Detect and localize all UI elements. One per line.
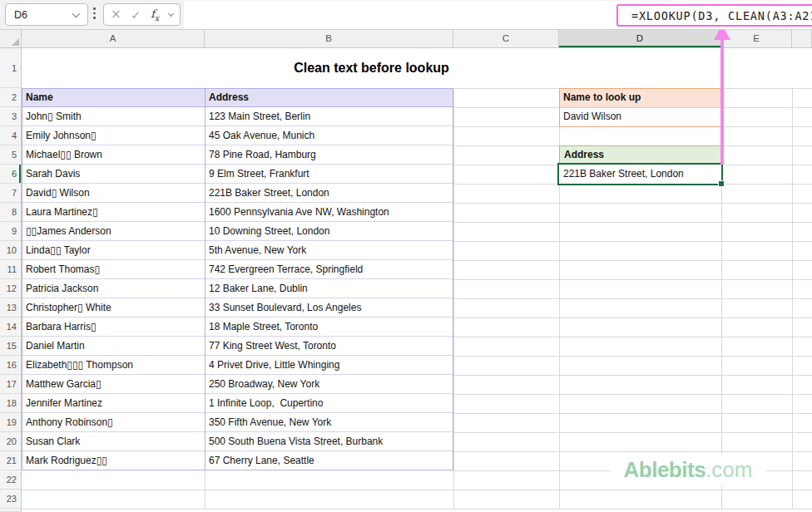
formula-input[interactable]: =XLOOKUP(D3, CLEAN(A3:A21), B3:B21): [184, 1, 812, 29]
row-header-21[interactable]: 21: [0, 451, 22, 470]
insert-function-icon[interactable]: fx: [151, 7, 159, 22]
cell-A8[interactable]: Laura Martinez▯: [22, 203, 205, 222]
table-header-name[interactable]: Name: [22, 88, 205, 107]
row-header-2[interactable]: 2: [0, 88, 22, 107]
gridline: [453, 413, 812, 414]
row-header-13[interactable]: 13: [0, 298, 22, 318]
cell-A6[interactable]: Sarah Davis: [22, 165, 205, 184]
cell-A20[interactable]: Susan Clark: [22, 432, 205, 451]
gridline: [22, 509, 812, 510]
row-header-6[interactable]: 6: [0, 165, 22, 184]
cancel-icon[interactable]: ×: [111, 8, 121, 21]
row-header-14[interactable]: 14: [0, 318, 22, 337]
gridline: [453, 298, 812, 299]
row-header-4[interactable]: 4: [0, 126, 22, 145]
gridline: [22, 490, 812, 490]
cell-A16[interactable]: Elizabeth▯▯▯ Thompson: [22, 356, 205, 375]
cell-A21[interactable]: Mark Rodriguez▯▯: [22, 451, 205, 470]
cell-A15[interactable]: Daniel Martin: [22, 337, 205, 356]
row-header-9[interactable]: 9: [0, 222, 22, 241]
gridline: [453, 184, 812, 185]
row-header-7[interactable]: 7: [0, 184, 22, 203]
row-header-16[interactable]: 16: [0, 356, 22, 375]
chevron-down-icon[interactable]: [72, 9, 81, 17]
cell-A7[interactable]: David▯ Wilson: [22, 184, 205, 203]
cell-B21[interactable]: 67 Cherry Lane, Seattle: [205, 451, 453, 470]
cell-A10[interactable]: Linda▯▯ Taylor: [22, 241, 205, 260]
row-header-17[interactable]: 17: [0, 375, 22, 394]
cell-A18[interactable]: Jennifer Martinez: [22, 394, 205, 413]
watermark-brand: Ablebits: [624, 457, 706, 483]
row-header-18[interactable]: 18: [0, 394, 22, 413]
row-header-15[interactable]: 15: [0, 337, 22, 356]
cell-B3[interactable]: 123 Main Street, Berlin: [205, 107, 453, 126]
column-header-partial[interactable]: [792, 30, 812, 48]
row-header-10[interactable]: 10: [0, 241, 22, 260]
row-header-partial[interactable]: [0, 509, 22, 512]
cell-B12[interactable]: 12 Baker Lane, Dublin: [205, 279, 453, 298]
row-header-11[interactable]: 11: [0, 260, 22, 279]
row-header-3[interactable]: 3: [0, 107, 22, 126]
cell-B6[interactable]: 9 Elm Street, Frankfurt: [205, 165, 453, 184]
cell-B11[interactable]: 742 Evergreen Terrace, Springfield: [205, 260, 453, 279]
column-header-C[interactable]: C: [453, 30, 559, 48]
cell-A12[interactable]: Patricia Jackson: [22, 279, 205, 298]
gridline: [453, 222, 812, 223]
cell-A11[interactable]: Robert Thomas▯: [22, 260, 205, 279]
gridline: [453, 356, 812, 357]
cell-B20[interactable]: 500 South Buena Vista Street, Burbank: [205, 432, 453, 451]
active-cell-d6[interactable]: 221B Baker Street, London: [559, 165, 721, 184]
excel-window: D6 × ✓ fx =XLOOKUP(D3, CLEAN(A3:A21), B3…: [0, 0, 812, 512]
name-box[interactable]: D6: [5, 3, 88, 26]
cell-B15[interactable]: 77 King Street West, Toronto: [205, 337, 453, 356]
cell-B10[interactable]: 5th Avenue, New York: [205, 241, 453, 260]
cell-B18[interactable]: 1 Infinite Loop, Cupertino: [205, 394, 453, 413]
row-header-12[interactable]: 12: [0, 279, 22, 298]
cell-B9[interactable]: 10 Downing Street, London: [205, 222, 453, 241]
chevron-down-icon[interactable]: [168, 11, 174, 17]
cell-A3[interactable]: John▯ Smith: [22, 107, 205, 126]
watermark-suffix: .com: [706, 457, 752, 483]
cell-A4[interactable]: Emily Johnson▯: [22, 126, 205, 145]
table-header-address[interactable]: Address: [205, 88, 453, 107]
lookup-name-value[interactable]: David Wilson: [559, 107, 721, 126]
cell-B7[interactable]: 221B Baker Street, London: [205, 184, 453, 203]
enter-icon[interactable]: ✓: [131, 9, 141, 21]
lookup-name-label[interactable]: Name to look up: [559, 88, 721, 107]
row-header-5[interactable]: 5: [0, 145, 22, 165]
cell-A9[interactable]: ▯▯James Anderson: [22, 222, 205, 241]
cell-B16[interactable]: 4 Privet Drive, Little Whinging: [205, 356, 453, 375]
row-header-1[interactable]: 1: [0, 48, 22, 88]
cell-A17[interactable]: Matthew Garcia▯: [22, 375, 205, 394]
cell-A14[interactable]: Barbara Harris▯: [22, 318, 205, 337]
row-header-22[interactable]: 22: [0, 470, 22, 490]
row-header-8[interactable]: 8: [0, 203, 22, 222]
cell-B5[interactable]: 78 Pine Road, Hamburg: [205, 145, 453, 165]
column-header-E[interactable]: E: [721, 30, 792, 48]
cell-B17[interactable]: 250 Broadway, New York: [205, 375, 453, 394]
fill-handle[interactable]: [718, 180, 725, 187]
row-header-19[interactable]: 19: [0, 413, 22, 432]
select-all-corner[interactable]: [0, 30, 22, 48]
cell-B4[interactable]: 45 Oak Avenue, Munich: [205, 126, 453, 145]
cell-A19[interactable]: Anthony Robinson▯: [22, 413, 205, 432]
cell-A13[interactable]: Christopher▯ White: [22, 298, 205, 318]
lookup-address-label[interactable]: Address: [559, 145, 721, 165]
gridline: [453, 451, 812, 452]
column-header-B[interactable]: B: [205, 30, 453, 48]
gridline: [453, 279, 812, 280]
column-header-D[interactable]: D: [559, 30, 721, 48]
gridline: [453, 432, 812, 433]
cell-A5[interactable]: Michael▯▯ Brown: [22, 145, 205, 165]
cell-B19[interactable]: 350 Fifth Avenue, New York: [205, 413, 453, 432]
cell-B13[interactable]: 33 Sunset Boulevard, Los Angeles: [205, 298, 453, 318]
watermark: Ablebits.com: [610, 454, 766, 485]
row-header-20[interactable]: 20: [0, 432, 22, 451]
cell-B14[interactable]: 18 Maple Street, Toronto: [205, 318, 453, 337]
gridline: [453, 318, 812, 318]
column-header-A[interactable]: A: [22, 30, 205, 48]
cell-B8[interactable]: 1600 Pennsylvania Ave NW, Washington: [205, 203, 453, 222]
name-box-resize-handle-icon[interactable]: [93, 7, 96, 19]
row-header-23[interactable]: 23: [0, 490, 22, 509]
gridline: [453, 203, 812, 204]
